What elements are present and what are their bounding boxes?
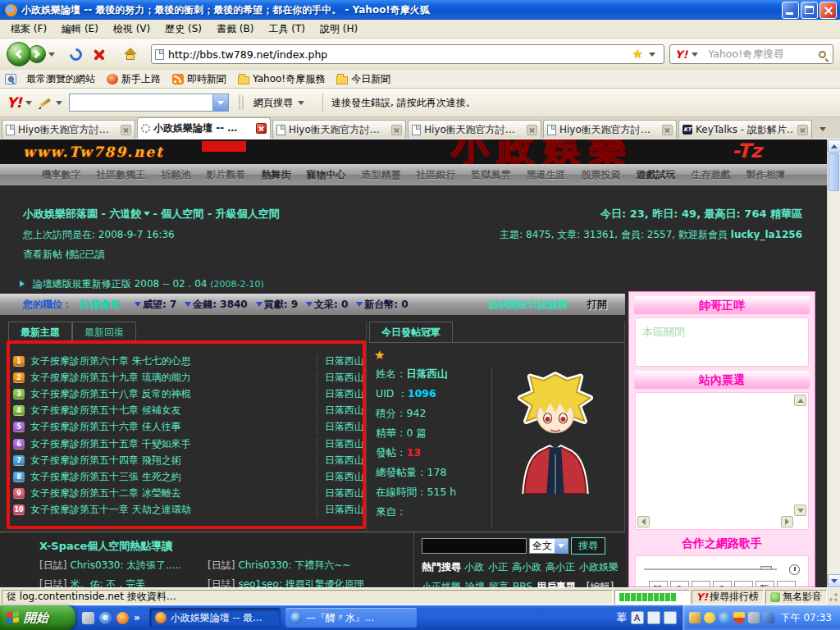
forum-nav-item[interactable]: 股票投資 xyxy=(582,168,621,182)
tray-monitor-icon[interactable] xyxy=(763,612,774,623)
forum-search-button[interactable]: 搜尋 xyxy=(571,537,605,555)
forum-nav-item[interactable]: 監獄風雲 xyxy=(472,168,511,182)
address-dropdown-icon[interactable] xyxy=(649,52,655,57)
new-member-link[interactable]: lucky_la1256 xyxy=(731,229,802,240)
menu-item[interactable]: 檢視 (V) xyxy=(106,20,158,39)
forum-nav-item[interactable]: 祈願池 xyxy=(162,168,191,182)
wretch-video-button[interactable]: 無名影音 xyxy=(765,590,827,605)
tray-messenger-icon[interactable] xyxy=(719,612,730,623)
quick-launch-more-icon[interactable]: » xyxy=(134,612,140,623)
forum-nav-item[interactable]: 寵物中心 xyxy=(307,168,346,182)
tab-hiyo-2[interactable]: Hiyo衝天跑官方討… xyxy=(272,120,406,139)
address-bar[interactable]: http://bbs.tw789.net/index.php ★ xyxy=(151,44,664,64)
tray-volume-icon[interactable] xyxy=(748,612,760,623)
pencil-dropdown-icon[interactable] xyxy=(56,101,62,105)
toolbar-search-input[interactable] xyxy=(70,94,212,111)
hot-search-link[interactable]: 高小正 xyxy=(546,561,575,573)
player-button[interactable]: ■ xyxy=(777,581,796,587)
close-button[interactable] xyxy=(819,2,837,19)
player-button[interactable]: ? xyxy=(670,581,689,587)
search-scope-select[interactable]: 全文 xyxy=(529,538,568,554)
forum-nav-item[interactable]: 造型精靈 xyxy=(362,168,401,182)
menu-item[interactable]: 說明 (H) xyxy=(313,20,365,39)
select-dropdown-icon[interactable] xyxy=(555,539,568,553)
reload-button[interactable] xyxy=(67,45,84,62)
tab-close-icon[interactable] xyxy=(527,125,537,135)
scroll-up-icon[interactable] xyxy=(828,139,840,153)
tab-keytalks[interactable]: KeyTalks - 說影解片… xyxy=(678,120,812,139)
home-button[interactable] xyxy=(123,48,138,61)
tab-latest-replies[interactable]: 最新回復 xyxy=(72,322,136,342)
scroll-up-icon[interactable] xyxy=(794,395,806,406)
ie-icon[interactable] xyxy=(99,612,112,624)
browser-scrollbar[interactable] xyxy=(827,139,840,587)
hot-search-link[interactable]: 小正 xyxy=(488,561,508,573)
tab-latest-topics[interactable]: 最新主題 xyxy=(8,322,72,342)
ime-indicator[interactable]: 菶 xyxy=(617,610,628,625)
bookmark-item[interactable]: 最常瀏覽的網站 xyxy=(5,72,95,86)
player-seek-slider[interactable] xyxy=(644,564,800,574)
web-search-button[interactable]: 網頁搜尋 xyxy=(250,96,314,110)
tab-close-icon[interactable] xyxy=(121,125,131,135)
menu-item[interactable]: 工具 (T) xyxy=(261,20,313,39)
xspace-entry-link[interactable]: [日誌]Chris0330: 太誇張了..... xyxy=(39,559,208,573)
yahoo-rank-button[interactable]: Y! 搜尋排行榜 xyxy=(692,590,764,605)
tab-list-dropdown[interactable] xyxy=(815,121,829,137)
xspace-entry-link[interactable]: [日誌]Chris0330: 下禮拜六~~ xyxy=(208,559,400,573)
bookmark-item[interactable]: Yahoo!奇摩服務 xyxy=(238,72,325,86)
announcement-link[interactable]: 論壇總版規重新修正版 2008 -- 02 . 04 xyxy=(33,278,208,290)
scroll-down-icon[interactable] xyxy=(828,574,840,587)
hot-search-link[interactable]: 小政娛樂 xyxy=(579,561,619,573)
start-button[interactable]: 開始 xyxy=(0,605,75,630)
connection-error-link[interactable]: 連接發生錯誤, 請按此再次連接。 xyxy=(331,96,476,110)
forum-nav-item[interactable]: 熱舞街 xyxy=(262,168,291,182)
yahoo-search-box[interactable]: Y! Yahoo!奇摩搜尋 xyxy=(669,44,833,64)
user-topic-link[interactable]: 用戶專題 xyxy=(536,581,576,587)
firefox-icon[interactable] xyxy=(116,612,129,624)
player-button[interactable]: 靜 xyxy=(649,581,668,587)
edit-link[interactable]: [編輯] xyxy=(587,581,614,587)
forum-search-input[interactable] xyxy=(422,538,527,554)
tab-close-icon[interactable] xyxy=(391,125,402,135)
menu-item[interactable]: 檔案 (F) xyxy=(3,20,54,39)
minimize-button[interactable] xyxy=(782,2,799,19)
yahoo-logo-button[interactable]: Y! xyxy=(7,94,21,111)
bookmark-item[interactable]: 今日新聞 xyxy=(336,72,390,86)
ime-toolbar-icon[interactable] xyxy=(647,611,660,624)
search-input[interactable]: Yahoo!奇摩搜尋 xyxy=(703,48,819,62)
forum-nav-item[interactable]: 製作相簿 xyxy=(746,168,786,182)
resize-grip[interactable] xyxy=(829,592,838,602)
ime-mode-button[interactable]: A xyxy=(631,611,644,624)
tray-security-icon[interactable] xyxy=(733,612,745,623)
bookmark-item[interactable]: 新手上路 xyxy=(107,72,161,86)
search-engine-dropdown-icon[interactable] xyxy=(692,52,698,57)
tab-xiaozheng-active[interactable]: 小政娛樂論壇 -- … xyxy=(137,117,271,139)
forum-nav-item[interactable]: 黑道生涯 xyxy=(527,168,566,182)
scroll-left-icon[interactable] xyxy=(637,516,650,527)
bookmark-star-icon[interactable]: ★ xyxy=(632,47,643,62)
edit-pencil-icon[interactable] xyxy=(39,96,52,109)
forum-nav-item[interactable]: 社區數獨王 xyxy=(97,168,146,182)
yahoo-logo-dropdown-icon[interactable] xyxy=(25,101,32,105)
tab-close-icon[interactable] xyxy=(662,125,673,135)
breadcrumb[interactable]: 小政娛樂部落園 - 六道餃- 個人空間 - 升級個人空間 xyxy=(23,207,280,221)
toolbar-resize-handle[interactable] xyxy=(239,95,244,110)
player-button[interactable]: ▲ xyxy=(692,581,710,587)
tray-mail-icon[interactable] xyxy=(689,612,701,623)
member-badge[interactable]: 打開 xyxy=(587,298,607,312)
xspace-entry-link[interactable]: [日誌]米。佑: 不，完美 xyxy=(39,578,208,587)
tray-smiley-icon[interactable] xyxy=(704,612,715,623)
ime-menu-icon[interactable] xyxy=(664,611,677,624)
player-button[interactable]: ← xyxy=(734,581,753,587)
blog-service-link[interactable]: 點我開啟日誌服務 xyxy=(489,298,568,312)
quick-links[interactable]: 查看新帖 標記已讀 xyxy=(23,248,105,262)
forum-nav-item[interactable]: 社區銀行 xyxy=(417,168,456,182)
player-button[interactable]: ? xyxy=(713,581,732,587)
player-button[interactable]: 暫 xyxy=(756,581,774,587)
address-input[interactable]: http://bbs.tw789.net/index.php xyxy=(164,48,632,61)
tab-hiyo-1[interactable]: Hiyo衝天跑官方討… xyxy=(2,120,135,139)
history-dropdown-icon[interactable] xyxy=(48,52,55,57)
hot-search-link[interactable]: 小政 xyxy=(464,561,484,573)
scroll-down-icon[interactable] xyxy=(794,504,806,516)
xspace-entry-link[interactable]: [日誌]seo1seo: 搜尋引擎優化原理 xyxy=(208,578,400,587)
